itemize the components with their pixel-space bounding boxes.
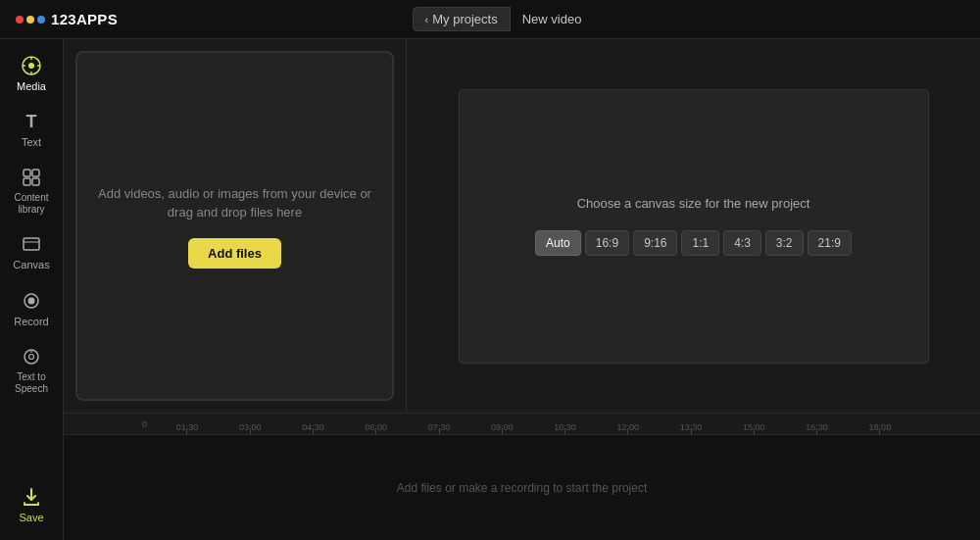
timeline-area: 0 01:30 03:00 04:30 06:00 07:30 09:00 10… bbox=[64, 413, 980, 540]
text-icon: T bbox=[21, 111, 42, 132]
size-21-9-button[interactable]: 21:9 bbox=[808, 230, 852, 256]
media-icon bbox=[21, 55, 42, 76]
media-panel: Add videos, audio or images from your de… bbox=[64, 39, 407, 413]
sidebar-item-content-library-label: Contentlibrary bbox=[14, 192, 48, 216]
sidebar-item-save-label: Save bbox=[19, 512, 43, 524]
size-9-16-button[interactable]: 9:16 bbox=[633, 230, 677, 256]
svg-rect-7 bbox=[32, 170, 39, 176]
ruler-marks: 01:30 03:00 04:30 06:00 07:30 09:00 10:3… bbox=[156, 414, 911, 434]
size-auto-button[interactable]: Auto bbox=[535, 230, 581, 256]
timeline-content: Add files or make a recording to start t… bbox=[64, 435, 980, 540]
add-files-button[interactable]: Add files bbox=[188, 238, 281, 269]
sidebar-item-tts[interactable]: Text toSpeech bbox=[4, 338, 59, 403]
sidebar-item-media-label: Media bbox=[17, 80, 46, 93]
save-icon bbox=[21, 486, 42, 508]
svg-rect-10 bbox=[24, 238, 39, 250]
logo-text: 123APPS bbox=[51, 11, 118, 27]
sidebar-item-text[interactable]: T Text bbox=[4, 103, 59, 157]
size-4-3-button[interactable]: 4:3 bbox=[723, 230, 761, 256]
chevron-left-icon: ‹ bbox=[425, 14, 429, 25]
media-drop-zone[interactable]: Add videos, audio or images from your de… bbox=[75, 51, 394, 401]
logo: 123APPS bbox=[16, 11, 118, 27]
sidebar-item-content-library[interactable]: Contentlibrary bbox=[4, 159, 59, 223]
size-1-1-button[interactable]: 1:1 bbox=[681, 230, 719, 256]
ruler-zero: 0 bbox=[142, 419, 152, 429]
svg-point-13 bbox=[28, 297, 35, 304]
svg-rect-8 bbox=[24, 178, 30, 185]
sidebar-item-record-label: Record bbox=[14, 316, 48, 328]
sidebar-item-record[interactable]: Record bbox=[4, 282, 59, 336]
nav-center: ‹ My projects New video bbox=[413, 7, 592, 31]
my-projects-button[interactable]: ‹ My projects bbox=[413, 7, 511, 31]
logo-dot-yellow bbox=[26, 16, 34, 24]
logo-dots bbox=[16, 16, 45, 24]
canvas-preview: Choose a canvas size for the new project… bbox=[459, 89, 929, 364]
svg-point-15 bbox=[29, 354, 34, 359]
canvas-size-label: Choose a canvas size for the new project bbox=[577, 196, 810, 211]
timeline-empty-text: Add files or make a recording to start t… bbox=[397, 481, 647, 495]
media-drop-text: Add videos, audio or images from your de… bbox=[97, 184, 372, 222]
canvas-icon bbox=[21, 233, 42, 255]
canvas-size-options: Auto 16:9 9:16 1:1 4:3 3:2 21:9 bbox=[535, 230, 852, 256]
timeline-ruler: 0 01:30 03:00 04:30 06:00 07:30 09:00 10… bbox=[64, 414, 980, 435]
canvas-area: Choose a canvas size for the new project… bbox=[407, 39, 980, 413]
size-16-9-button[interactable]: 16:9 bbox=[585, 230, 629, 256]
logo-dot-blue bbox=[37, 16, 45, 24]
record-icon bbox=[21, 290, 42, 312]
sidebar: Media T Text Contentlibrary bbox=[0, 39, 64, 540]
new-video-button[interactable]: New video bbox=[513, 8, 592, 30]
sidebar-item-save[interactable]: Save bbox=[4, 478, 59, 532]
svg-rect-6 bbox=[24, 170, 30, 176]
top-nav: 123APPS ‹ My projects New video bbox=[0, 0, 980, 39]
svg-point-1 bbox=[28, 63, 34, 69]
content-library-icon bbox=[21, 167, 42, 188]
sidebar-item-canvas-label: Canvas bbox=[13, 259, 49, 271]
size-3-2-button[interactable]: 3:2 bbox=[765, 230, 804, 256]
sidebar-item-tts-label: Text toSpeech bbox=[15, 371, 48, 395]
sidebar-item-media[interactable]: Media bbox=[4, 47, 59, 101]
svg-rect-9 bbox=[32, 178, 39, 185]
main-layout: Media T Text Contentlibrary bbox=[0, 39, 980, 540]
sidebar-item-text-label: Text bbox=[22, 136, 41, 149]
sidebar-item-canvas[interactable]: Canvas bbox=[4, 225, 59, 279]
tts-icon bbox=[21, 346, 42, 368]
logo-dot-red bbox=[16, 16, 24, 24]
